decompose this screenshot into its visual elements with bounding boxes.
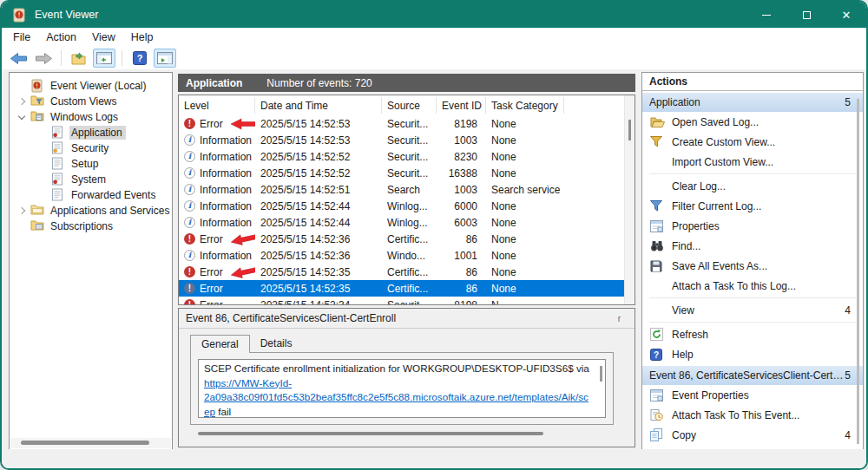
action-create-custom-view[interactable]: Create Custom View... bbox=[642, 132, 863, 152]
tree-item-subscriptions[interactable]: Subscriptions bbox=[10, 219, 172, 234]
scrollbar-thumb[interactable] bbox=[628, 120, 631, 140]
log-event-count: Number of events: 720 bbox=[266, 77, 372, 89]
show-console-tree-button[interactable] bbox=[93, 49, 115, 68]
toolbar-separator bbox=[122, 50, 122, 66]
action-attach-task-to-log[interactable]: Attach a Task To this Log... bbox=[642, 276, 863, 296]
column-header-date[interactable]: Date and Time bbox=[255, 97, 382, 114]
scrollbar-thumb[interactable] bbox=[21, 441, 149, 445]
action-refresh[interactable]: Refresh bbox=[642, 324, 863, 344]
event-list-scrollbar[interactable] bbox=[624, 95, 635, 304]
tree-item-forwarded-events[interactable]: Forwarded Events bbox=[10, 187, 172, 203]
action-open-saved-log[interactable]: Open Saved Log... bbox=[642, 112, 863, 132]
actions-separator bbox=[649, 322, 858, 323]
table-row[interactable]: Information 2025/5/15 14:52:52 Securit..… bbox=[179, 165, 635, 181]
action-copy[interactable]: Copy 4 bbox=[642, 425, 863, 445]
window-title: Event Viewer bbox=[35, 9, 746, 21]
table-row[interactable]: Information 2025/5/15 14:52:52 Securit..… bbox=[179, 148, 635, 165]
submenu-glyph: 4 bbox=[845, 304, 851, 317]
subscriptions-folder-icon bbox=[30, 219, 44, 233]
event-message-text: SCEP Certificate enrollment initializati… bbox=[204, 362, 589, 374]
properties-icon bbox=[650, 219, 665, 233]
tree-item-setup[interactable]: Setup bbox=[10, 156, 172, 172]
expander-collapsed-icon[interactable] bbox=[18, 207, 25, 214]
column-header-task-category[interactable]: Task Category bbox=[486, 97, 564, 114]
close-button[interactable]: ✕ bbox=[826, 2, 866, 28]
table-header-row: Level Date and Time Source Event ID Task… bbox=[179, 95, 635, 115]
section-collapse-glyph[interactable]: 5 bbox=[845, 369, 851, 382]
column-header-event-id[interactable]: Event ID bbox=[437, 97, 486, 114]
save-icon bbox=[650, 259, 665, 273]
table-row[interactable]: Information 2025/5/15 14:52:51 Search 10… bbox=[179, 181, 635, 198]
expander-expanded-icon[interactable] bbox=[18, 112, 25, 119]
open-saved-log-button[interactable] bbox=[68, 49, 90, 68]
custom-views-folder-icon bbox=[30, 95, 44, 108]
action-import-custom-view[interactable]: Import Custom View... bbox=[642, 152, 863, 172]
table-row[interactable]: Information 2025/5/15 14:52:44 Winlog...… bbox=[179, 198, 635, 214]
application-log-icon bbox=[51, 126, 65, 140]
column-header-source[interactable]: Source bbox=[382, 97, 437, 114]
tab-general[interactable]: General bbox=[190, 335, 250, 353]
detail-header-glyph[interactable]: r bbox=[618, 314, 621, 323]
menu-action[interactable]: Action bbox=[38, 29, 84, 45]
submenu-glyph: 4 bbox=[845, 429, 851, 441]
section-collapse-glyph[interactable]: 5 bbox=[845, 96, 851, 108]
action-save-all-events-as[interactable]: Save All Events As... bbox=[642, 256, 863, 276]
tab-details[interactable]: Details bbox=[250, 335, 303, 352]
toolbar-separator bbox=[61, 50, 62, 66]
forward-button[interactable] bbox=[32, 49, 55, 68]
scrollbar-thumb[interactable] bbox=[198, 432, 543, 435]
expander-collapsed-icon[interactable] bbox=[18, 98, 25, 105]
table-row[interactable]: Error 2025/5/15 14:52:35 Certific... 86 … bbox=[179, 264, 635, 280]
action-view[interactable]: View 4 bbox=[642, 300, 863, 320]
minimize-icon bbox=[762, 15, 771, 16]
table-row-clipped[interactable]: Error 2025/5/15 14:52:34 Securit... 8198… bbox=[179, 297, 635, 305]
help-button[interactable]: ? bbox=[128, 49, 151, 68]
tree-item-system[interactable]: System bbox=[10, 172, 172, 187]
window-controls: ✕ bbox=[746, 2, 866, 28]
table-row[interactable]: Information 2025/5/15 14:52:44 Winlog...… bbox=[179, 214, 635, 231]
status-bar bbox=[2, 449, 866, 468]
action-attach-task-to-event[interactable]: Attach Task To This Event... bbox=[642, 405, 863, 425]
actions-scrollbar-thumb[interactable] bbox=[857, 99, 859, 444]
error-icon bbox=[184, 283, 195, 294]
detail-horizontal-scrollbar[interactable] bbox=[198, 432, 614, 436]
menu-view[interactable]: View bbox=[84, 29, 123, 45]
minimize-button[interactable] bbox=[746, 2, 786, 28]
annotation-arrow-icon bbox=[230, 118, 255, 130]
action-help[interactable]: ? Help bbox=[642, 344, 863, 364]
task-clock-icon bbox=[650, 408, 665, 422]
table-row[interactable]: Information 2025/5/15 14:52:36 Windo... … bbox=[179, 247, 635, 264]
actions-section-application[interactable]: Application 5 bbox=[642, 93, 863, 112]
console-tree: Event Viewer (Local) Custom Views Window… bbox=[10, 73, 172, 234]
tree-item-windows-logs[interactable]: Windows Logs bbox=[10, 109, 172, 125]
action-clear-log[interactable]: Clear Log... bbox=[642, 176, 863, 196]
action-event-properties[interactable]: Event Properties bbox=[642, 385, 863, 405]
action-filter-current-log[interactable]: Filter Current Log... bbox=[642, 196, 863, 216]
action-properties[interactable]: Properties bbox=[642, 216, 863, 236]
forward-arrow-icon bbox=[36, 53, 52, 64]
tree-item-application[interactable]: Application bbox=[10, 125, 172, 140]
maximize-icon bbox=[803, 11, 811, 19]
tree-item-event-viewer-local[interactable]: Event Viewer (Local) bbox=[10, 78, 172, 94]
refresh-icon bbox=[650, 328, 665, 342]
menu-file[interactable]: File bbox=[5, 29, 38, 45]
action-find[interactable]: Find... bbox=[642, 236, 863, 256]
tree-item-applications-services-log[interactable]: Applications and Services Log bbox=[10, 203, 172, 219]
error-icon bbox=[184, 118, 195, 129]
open-folder-icon bbox=[650, 115, 665, 129]
tree-item-security[interactable]: Security bbox=[10, 140, 172, 156]
table-row-selected[interactable]: Error 2025/5/15 14:52:35 Certific... 86 … bbox=[179, 280, 635, 297]
show-action-pane-button[interactable] bbox=[154, 49, 176, 68]
menu-help[interactable]: Help bbox=[123, 29, 161, 45]
table-row[interactable]: Error 2025/5/15 14:52:53 Securit... 8198… bbox=[179, 115, 635, 132]
tree-horizontal-scrollbar[interactable] bbox=[10, 438, 171, 448]
table-row[interactable]: Information 2025/5/15 14:52:53 Securit..… bbox=[179, 132, 635, 148]
event-message-link[interactable]: https://VMW-KeyId-2a09a38c09f01fd5c53b2b… bbox=[204, 377, 589, 417]
actions-section-event-86[interactable]: Event 86, CertificateServicesClient-Cert… bbox=[642, 366, 863, 385]
maximize-button[interactable] bbox=[786, 2, 826, 28]
tree-item-custom-views[interactable]: Custom Views bbox=[10, 94, 172, 109]
table-row[interactable]: Error 2025/5/15 14:52:36 Certific... 86 … bbox=[179, 231, 635, 247]
message-scrollbar-thumb[interactable] bbox=[600, 366, 602, 382]
back-button[interactable] bbox=[7, 49, 30, 68]
column-header-level[interactable]: Level bbox=[179, 97, 255, 114]
